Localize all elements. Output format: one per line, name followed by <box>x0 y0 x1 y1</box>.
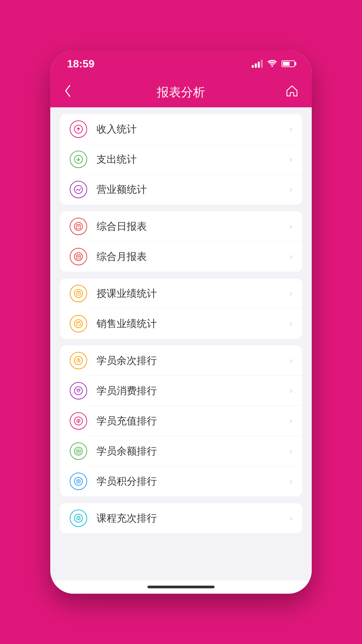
list-item-balance[interactable]: 学员余额排行 › <box>60 436 302 466</box>
income-arrow: › <box>290 124 292 134</box>
points-arrow: › <box>290 477 292 486</box>
svg-text:¥: ¥ <box>77 419 79 423</box>
section-course: 课程充次排行 › <box>60 503 302 533</box>
balance-label: 学员余额排行 <box>97 444 290 458</box>
teaching-label: 授课业绩统计 <box>97 287 290 301</box>
svg-rect-7 <box>76 225 80 229</box>
status-bar: 18:59 <box>50 50 312 77</box>
section-reports: 综合日报表 › 综合月报表 › <box>60 211 302 272</box>
consume-arrow: › <box>290 386 292 395</box>
course-label: 课程充次排行 <box>97 512 290 525</box>
sales-icon <box>70 315 87 332</box>
list-item-revenue[interactable]: 营业额统计 › <box>60 174 302 205</box>
svg-point-26 <box>74 387 82 395</box>
teaching-icon <box>70 285 87 302</box>
home-button[interactable] <box>278 85 298 100</box>
home-indicator <box>147 586 215 588</box>
expense-arrow: › <box>290 155 292 164</box>
course-icon <box>70 509 87 527</box>
sales-arrow: › <box>290 319 292 328</box>
list-item-sales[interactable]: 销售业绩统计 › <box>60 309 302 339</box>
sessions-label: 学员余次排行 <box>97 354 290 368</box>
section-statistics: 收入统计 › 支出统计 › <box>60 114 302 205</box>
recharge-label: 学员充值排行 <box>97 414 290 428</box>
signal-icon <box>252 60 263 68</box>
income-icon <box>70 120 87 138</box>
page-title: 报表分析 <box>157 84 205 101</box>
list-item-income[interactable]: 收入统计 › <box>60 114 302 144</box>
expense-icon <box>70 151 87 168</box>
teaching-arrow: › <box>290 289 292 298</box>
bottom-spacer <box>50 540 312 547</box>
monthly-arrow: › <box>290 252 292 261</box>
svg-rect-12 <box>76 255 80 259</box>
list-item-sessions[interactable]: 学员余次排行 › <box>60 345 302 376</box>
list-item-teaching[interactable]: 授课业绩统计 › <box>60 278 302 309</box>
section-performance: 授课业绩统计 › 销售业绩统计 › <box>60 278 302 339</box>
income-label: 收入统计 <box>97 122 290 136</box>
sales-label: 销售业绩统计 <box>97 317 290 331</box>
status-icons <box>252 59 295 69</box>
wifi-icon <box>267 59 277 69</box>
svg-point-36 <box>74 477 82 485</box>
revenue-arrow: › <box>290 185 292 194</box>
consume-label: 学员消费排行 <box>97 384 290 398</box>
section-rankings: 学员余次排行 › 学员消费排行 › <box>60 345 302 496</box>
consume-icon <box>70 382 87 399</box>
monthly-label: 综合月报表 <box>97 250 290 264</box>
revenue-icon <box>70 181 87 198</box>
daily-icon <box>70 218 87 235</box>
daily-arrow: › <box>290 222 292 231</box>
svg-rect-40 <box>77 517 80 520</box>
expense-label: 支出统计 <box>97 153 290 166</box>
recharge-icon: ¥ <box>70 412 87 430</box>
points-label: 学员积分排行 <box>97 475 290 488</box>
recharge-arrow: › <box>290 416 292 426</box>
back-button[interactable] <box>64 84 84 101</box>
content-area: 收入统计 › 支出统计 › <box>50 107 312 580</box>
list-item-daily[interactable]: 综合日报表 › <box>60 211 302 241</box>
daily-label: 综合日报表 <box>97 220 290 233</box>
sessions-icon <box>70 352 87 369</box>
svg-point-6 <box>74 222 82 230</box>
points-icon <box>70 473 87 490</box>
svg-rect-27 <box>77 389 80 390</box>
list-item-expense[interactable]: 支出统计 › <box>60 144 302 174</box>
list-item-consume[interactable]: 学员消费排行 › <box>60 376 302 406</box>
balance-arrow: › <box>290 446 292 456</box>
svg-point-37 <box>76 479 80 483</box>
svg-point-11 <box>74 253 82 261</box>
battery-icon <box>282 60 295 67</box>
list-item-course[interactable]: 课程充次排行 › <box>60 503 302 533</box>
svg-point-39 <box>74 514 82 522</box>
sessions-arrow: › <box>290 356 292 365</box>
list-item-monthly[interactable]: 综合月报表 › <box>60 241 302 272</box>
revenue-label: 营业额统计 <box>97 183 290 197</box>
course-arrow: › <box>290 514 292 523</box>
status-time: 18:59 <box>67 58 95 70</box>
svg-point-38 <box>78 481 79 482</box>
list-item-points[interactable]: 学员积分排行 › <box>60 466 302 496</box>
bottom-bar <box>50 580 312 594</box>
nav-bar: 报表分析 <box>50 77 312 107</box>
svg-point-0 <box>272 65 273 67</box>
phone-frame: 18:59 报表分析 <box>50 50 312 594</box>
balance-icon <box>70 442 87 460</box>
monthly-icon <box>70 248 87 265</box>
list-item-recharge[interactable]: ¥ 学员充值排行 › <box>60 406 302 436</box>
